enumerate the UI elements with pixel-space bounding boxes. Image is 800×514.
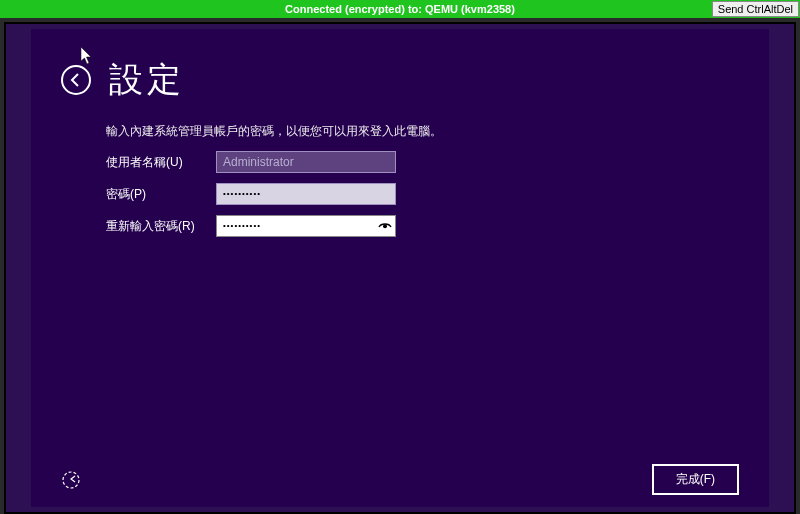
password-label: 密碼(P) — [106, 186, 216, 203]
username-label: 使用者名稱(U) — [106, 154, 216, 171]
description-text: 輸入內建系統管理員帳戶的密碼，以便您可以用來登入此電腦。 — [106, 123, 442, 140]
back-button[interactable] — [61, 65, 91, 95]
send-ctrlaltdel-button[interactable]: Send CtrlAltDel — [712, 1, 799, 17]
ease-of-access-button[interactable] — [61, 470, 81, 490]
svg-point-1 — [63, 472, 79, 488]
kvm-topbar: Connected (encrypted) to: QEMU (kvm2358)… — [0, 0, 800, 18]
arrow-left-icon — [68, 72, 84, 88]
page-title: 設定 — [109, 57, 185, 103]
eye-icon — [377, 218, 393, 234]
vm-frame: 設定 輸入內建系統管理員帳戶的密碼，以便您可以用來登入此電腦。 使用者名稱(U)… — [4, 22, 796, 514]
confirm-password-field[interactable]: •••••••••• — [216, 215, 396, 237]
svg-point-0 — [383, 224, 387, 228]
username-field: Administrator — [216, 151, 396, 173]
confirm-password-label: 重新輸入密碼(R) — [106, 218, 216, 235]
finish-button[interactable]: 完成(F) — [652, 464, 739, 495]
connection-status: Connected (encrypted) to: QEMU (kvm2358) — [0, 3, 800, 15]
reveal-password-button[interactable] — [377, 218, 393, 234]
credentials-form: 使用者名稱(U) Administrator 密碼(P) •••••••••• … — [106, 151, 396, 247]
windows-setup-panel: 設定 輸入內建系統管理員帳戶的密碼，以便您可以用來登入此電腦。 使用者名稱(U)… — [31, 29, 769, 507]
password-field[interactable]: •••••••••• — [216, 183, 396, 205]
accessibility-icon — [61, 470, 81, 490]
